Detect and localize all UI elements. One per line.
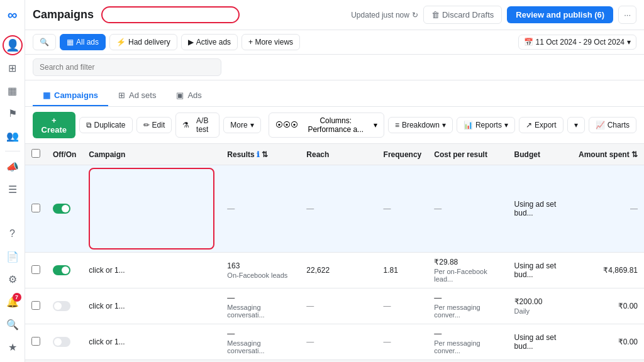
budget-cell: Using ad set bud... — [508, 324, 572, 360]
sidebar-divider-1 — [5, 151, 20, 151]
results-cell: 163 On-Facebook leads — [221, 253, 300, 288]
table-row: click or 1... — Messaging conversati... … — [25, 288, 644, 324]
col-budget: Budget — [508, 144, 572, 165]
col-cost: Cost per result — [428, 144, 508, 165]
topbar-more-button[interactable]: ··· — [618, 6, 636, 24]
sidebar-icon-layout[interactable]: ▦ — [3, 80, 23, 101]
sidebar: ∞ 👤 ⊞ ▦ ⚑ 👥 📣 ☰ ? 📄 ⚙ 🔔 7 🔍 ★ — [0, 0, 25, 362]
row-checkbox[interactable] — [31, 301, 40, 310]
discard-drafts-button[interactable]: 🗑 Discard Drafts — [423, 6, 502, 24]
refresh-icon[interactable]: ↻ — [412, 11, 418, 19]
topbar: Campaigns Updated just now ↻ 🗑 Discard D… — [25, 0, 644, 30]
export-more-button[interactable]: ▾ — [567, 117, 585, 133]
sidebar-icon-notifications[interactable]: 🔔 7 — [3, 292, 23, 312]
frequency-cell: 1.81 — [377, 253, 428, 288]
table-row: — — — — Using ad set bud... — — [25, 165, 644, 253]
edit-button[interactable]: ✏ Edit — [136, 117, 172, 133]
campaign-search-input[interactable] — [101, 6, 240, 23]
campaign-toggle-on[interactable] — [53, 265, 70, 275]
filterbar: 🔍 ▦ All ads ⚡ Had delivery ▶ Active ads … — [25, 30, 644, 55]
more-views-button[interactable]: + More views — [242, 34, 300, 50]
total-label-cell: click or ... — [82, 360, 221, 363]
lightning-icon: ⚡ — [116, 38, 126, 47]
tab-campaigns[interactable]: ▦ Campaigns — [33, 85, 108, 106]
columns-button[interactable]: ⦿⦿⦿ Columns: Performance a... ▾ — [269, 112, 384, 138]
export-icon: ↗ — [526, 121, 532, 129]
sidebar-icon-settings[interactable]: ⚙ — [3, 269, 23, 289]
charts-icon: 📈 — [596, 121, 605, 129]
review-publish-button[interactable]: Review and publish (6) — [507, 6, 613, 23]
table-row-total: click or ... — Accounts Centre acco... 2… — [25, 360, 644, 363]
notification-badge: 7 — [13, 293, 21, 302]
row-checkbox[interactable] — [31, 337, 40, 346]
sidebar-icon-lines[interactable]: ☰ — [3, 179, 23, 199]
search-filter-button[interactable]: 🔍 — [33, 34, 56, 50]
row-checkbox[interactable] — [31, 204, 40, 212]
breakdown-icon: ≡ — [395, 121, 399, 129]
sort-icon-results[interactable]: ⇅ — [262, 150, 268, 159]
budget-cell: ₹200.00 Daily — [508, 288, 572, 324]
campaign-name-cell: click or 1... — [82, 288, 221, 324]
export-button[interactable]: ↗ Export — [519, 117, 564, 133]
sidebar-icon-megaphone[interactable]: 📣 — [3, 156, 23, 177]
actionbar: + Create ⧉ Duplicate ✏ Edit ⚗ A/B test M… — [25, 107, 644, 144]
col-results: Results ℹ ⇅ — [221, 144, 300, 165]
campaign-cell-outline — [82, 165, 221, 253]
results-cell: — Messaging conversati... — [221, 288, 300, 324]
sidebar-icon-star[interactable]: ★ — [3, 337, 23, 357]
sidebar-icon-help[interactable]: ? — [3, 224, 23, 244]
page-title: Campaigns — [33, 8, 94, 21]
tab-ad-sets[interactable]: ⊞ Ad sets — [108, 85, 166, 106]
reports-button[interactable]: 📊 Reports ▾ — [457, 117, 515, 133]
charts-button[interactable]: 📈 Charts — [589, 117, 636, 133]
col-reach: Reach — [300, 144, 377, 165]
campaign-name-cell: click or 1... — [82, 324, 221, 360]
sidebar-icon-flag[interactable]: ⚑ — [3, 103, 23, 123]
campaigns-icon: ▦ — [43, 90, 50, 100]
sidebar-icon-grid[interactable]: ⊞ — [3, 58, 23, 78]
trash-icon: 🗑 — [431, 10, 440, 19]
ads-icon: ▣ — [176, 90, 184, 100]
total-budget-cell: — — [508, 360, 572, 363]
campaign-toggle-on[interactable] — [53, 204, 70, 214]
reach-cell: — — [300, 165, 377, 253]
campaign-name-cell: click or 1... — [82, 253, 221, 288]
all-ads-button[interactable]: ▦ All ads — [60, 34, 106, 50]
sidebar-icon-document[interactable]: 📄 — [3, 246, 23, 266]
select-all-checkbox[interactable] — [31, 149, 40, 158]
date-range-picker[interactable]: 📅 11 Oct 2024 - 29 Oct 2024 ▾ — [518, 35, 636, 50]
amount-cell: ₹0.00 — [572, 288, 644, 324]
cost-cell: — Per messaging conver... — [428, 288, 508, 324]
search-bar — [25, 55, 644, 80]
more-button[interactable]: More ▾ — [223, 117, 260, 133]
campaign-toggle-off[interactable] — [53, 337, 70, 347]
budget-cell: Using ad set bud... — [508, 165, 572, 253]
had-delivery-button[interactable]: ⚡ Had delivery — [109, 34, 177, 50]
duplicate-icon: ⧉ — [86, 121, 92, 129]
updated-status: Updated just now ↻ — [351, 11, 418, 19]
active-ads-button[interactable]: ▶ Active ads — [181, 34, 238, 50]
frequency-cell: — — [377, 288, 428, 324]
frequency-cell: — — [377, 165, 428, 253]
duplicate-button[interactable]: ⧉ Duplicate — [79, 117, 133, 133]
row-checkbox[interactable] — [31, 265, 40, 274]
budget-cell: Using ad set bud... — [508, 253, 572, 288]
total-cost-cell: — — [428, 360, 508, 363]
breakdown-button[interactable]: ≡ Breakdown ▾ — [388, 117, 453, 133]
total-results-cell: — Accounts Centre acco... — [221, 360, 300, 363]
sidebar-icon-people[interactable]: 👥 — [3, 126, 23, 146]
info-icon-results[interactable]: ℹ — [257, 150, 260, 159]
ab-test-button[interactable]: ⚗ A/B test — [175, 112, 219, 138]
search-filter-input[interactable] — [33, 58, 221, 76]
columns-icon: ⦿⦿⦿ — [275, 121, 298, 129]
tab-ads[interactable]: ▣ Ads — [166, 85, 211, 106]
col-campaign: Campaign — [82, 144, 221, 165]
sidebar-icon-search[interactable]: 🔍 — [3, 314, 23, 334]
create-button[interactable]: + Create — [33, 112, 75, 138]
sidebar-icon-avatar[interactable]: 👤 — [3, 35, 23, 55]
campaigns-table: Off/On Campaign Results ℹ ⇅ Reach Freque… — [25, 144, 644, 362]
chevron-down-icon: ▾ — [627, 38, 631, 47]
col-toggle: Off/On — [47, 144, 82, 165]
sort-icon-amount[interactable]: ⇅ — [631, 150, 638, 159]
campaign-toggle-off[interactable] — [53, 301, 70, 311]
